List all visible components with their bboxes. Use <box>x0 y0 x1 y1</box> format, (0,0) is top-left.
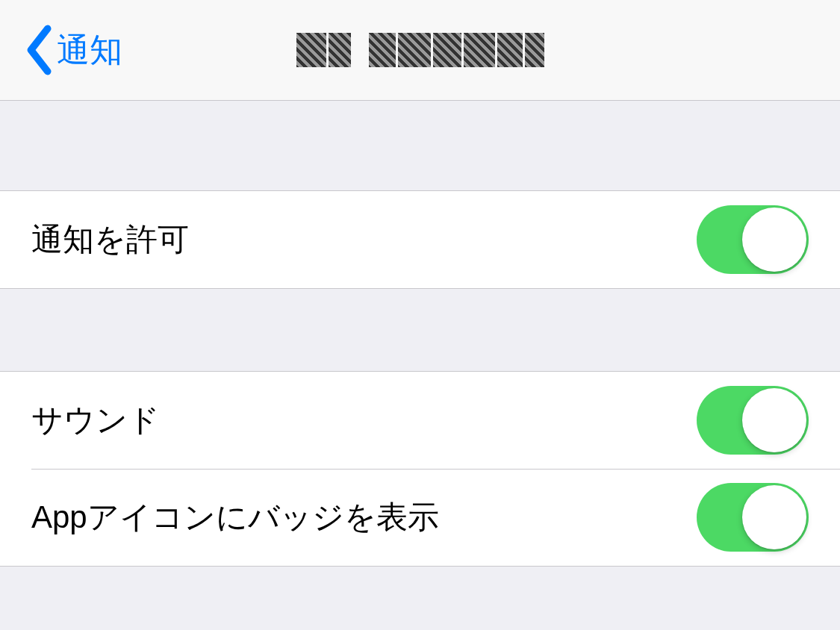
row-badge: Appアイコンにバッジを表示 <box>0 469 840 566</box>
toggle-knob <box>742 485 806 549</box>
row-label-allow: 通知を許可 <box>31 219 189 261</box>
row-allow-notifications: 通知を許可 <box>0 191 840 288</box>
title-obscured <box>296 33 544 67</box>
toggle-sounds[interactable] <box>697 386 809 455</box>
section-spacer <box>0 101 840 190</box>
section-spacer <box>0 289 840 371</box>
row-sounds: サウンド <box>0 372 840 469</box>
settings-group-options: サウンド Appアイコンにバッジを表示 <box>0 371 840 567</box>
back-button[interactable]: 通知 <box>22 24 122 76</box>
toggle-badge[interactable] <box>697 483 809 552</box>
toggle-knob <box>742 208 806 272</box>
row-label-sounds: サウンド <box>31 399 160 441</box>
toggle-allow-notifications[interactable] <box>697 205 809 274</box>
toggle-knob <box>742 388 806 452</box>
section-spacer <box>0 567 840 611</box>
back-label: 通知 <box>57 28 122 72</box>
navbar-title <box>296 33 544 67</box>
chevron-left-icon <box>22 24 54 76</box>
navbar: 通知 <box>0 0 840 101</box>
settings-group-allow: 通知を許可 <box>0 190 840 289</box>
row-label-badge: Appアイコンにバッジを表示 <box>31 496 439 538</box>
